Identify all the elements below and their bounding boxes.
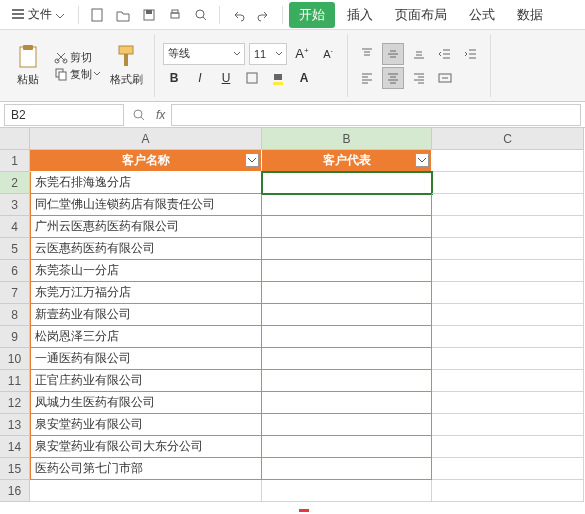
name-box[interactable]: B2 xyxy=(4,104,124,126)
font-color-button[interactable]: A xyxy=(293,67,315,89)
cell[interactable] xyxy=(432,414,584,436)
paste-button[interactable]: 粘贴 xyxy=(8,36,48,96)
table-cell[interactable]: 凤城力生医药有限公司 xyxy=(30,392,262,414)
table-cell[interactable]: 泉安堂药业有限公司大东分公司 xyxy=(30,436,262,458)
merge-cells-icon[interactable] xyxy=(434,67,456,89)
cell[interactable] xyxy=(432,172,584,194)
underline-button[interactable]: U xyxy=(215,67,237,89)
row-header[interactable]: 4 xyxy=(0,216,30,238)
table-cell[interactable]: 医药公司第七门市部 xyxy=(30,458,262,480)
header-cell-a[interactable]: 客户名称 xyxy=(30,150,262,172)
col-header-c[interactable]: C xyxy=(432,128,584,150)
tab-insert[interactable]: 插入 xyxy=(337,2,383,28)
filter-button-b[interactable] xyxy=(415,153,429,167)
table-cell[interactable]: 泉安堂药业有限公司 xyxy=(30,414,262,436)
cell[interactable] xyxy=(432,194,584,216)
col-header-b[interactable]: B xyxy=(262,128,432,150)
open-file-icon[interactable] xyxy=(111,3,135,27)
align-middle-icon[interactable] xyxy=(382,43,404,65)
cell[interactable] xyxy=(432,436,584,458)
cell[interactable] xyxy=(432,392,584,414)
print-preview-icon[interactable] xyxy=(189,3,213,27)
align-top-icon[interactable] xyxy=(356,43,378,65)
table-cell[interactable] xyxy=(262,238,432,260)
row-header[interactable]: 7 xyxy=(0,282,30,304)
table-cell[interactable]: 东莞万江万福分店 xyxy=(30,282,262,304)
row-header[interactable]: 13 xyxy=(0,414,30,436)
decrease-indent-icon[interactable] xyxy=(434,43,456,65)
font-name-combo[interactable]: 等线 xyxy=(163,43,245,65)
cell[interactable] xyxy=(432,216,584,238)
row-header[interactable]: 10 xyxy=(0,348,30,370)
cell[interactable] xyxy=(432,150,584,172)
table-cell[interactable] xyxy=(262,348,432,370)
tab-start[interactable]: 开始 xyxy=(289,2,335,28)
cell[interactable] xyxy=(432,282,584,304)
filter-button-a[interactable] xyxy=(245,153,259,167)
decrease-font-icon[interactable]: A- xyxy=(317,43,339,65)
row-header[interactable]: 9 xyxy=(0,326,30,348)
table-cell[interactable] xyxy=(262,260,432,282)
border-button[interactable] xyxy=(241,67,263,89)
table-cell[interactable]: 松岗恩泽三分店 xyxy=(30,326,262,348)
table-cell[interactable] xyxy=(262,436,432,458)
align-bottom-icon[interactable] xyxy=(408,43,430,65)
fx-icon[interactable]: fx xyxy=(150,108,171,122)
format-painter-button[interactable]: 格式刷 xyxy=(106,36,146,96)
table-cell[interactable] xyxy=(262,304,432,326)
tab-data[interactable]: 数据 xyxy=(507,2,553,28)
table-cell[interactable] xyxy=(262,414,432,436)
align-center-icon[interactable] xyxy=(382,67,404,89)
align-right-icon[interactable] xyxy=(408,67,430,89)
font-size-combo[interactable]: 11 xyxy=(249,43,287,65)
tab-layout[interactable]: 页面布局 xyxy=(385,2,457,28)
row-header[interactable]: 11 xyxy=(0,370,30,392)
table-cell[interactable] xyxy=(262,282,432,304)
align-left-icon[interactable] xyxy=(356,67,378,89)
cell[interactable] xyxy=(432,458,584,480)
row-header[interactable]: 6 xyxy=(0,260,30,282)
row-header[interactable]: 3 xyxy=(0,194,30,216)
cut-button[interactable]: 剪切 xyxy=(50,50,104,65)
row-header[interactable]: 16 xyxy=(0,480,30,502)
header-cell-b[interactable]: 客户代表 xyxy=(262,150,432,172)
row-header[interactable]: 15 xyxy=(0,458,30,480)
find-icon[interactable] xyxy=(128,104,150,126)
bold-button[interactable]: B xyxy=(163,67,185,89)
col-header-a[interactable]: A xyxy=(30,128,262,150)
row-header[interactable]: 8 xyxy=(0,304,30,326)
table-cell[interactable] xyxy=(262,370,432,392)
table-cell[interactable] xyxy=(262,326,432,348)
row-header[interactable]: 12 xyxy=(0,392,30,414)
table-cell[interactable]: 一通医药有限公司 xyxy=(30,348,262,370)
cell[interactable] xyxy=(432,326,584,348)
tab-formula[interactable]: 公式 xyxy=(459,2,505,28)
table-cell[interactable] xyxy=(262,194,432,216)
cell[interactable] xyxy=(432,370,584,392)
row-header[interactable]: 1 xyxy=(0,150,30,172)
increase-indent-icon[interactable] xyxy=(460,43,482,65)
menu-file[interactable]: 文件 xyxy=(4,3,72,27)
table-cell[interactable] xyxy=(262,392,432,414)
cell[interactable] xyxy=(432,238,584,260)
print-icon[interactable] xyxy=(163,3,187,27)
cell[interactable] xyxy=(432,480,584,502)
fill-color-button[interactable] xyxy=(267,67,289,89)
table-cell[interactable]: 同仁堂佛山连锁药店有限责任公司 xyxy=(30,194,262,216)
table-cell[interactable] xyxy=(262,172,432,194)
save-icon[interactable] xyxy=(137,3,161,27)
copy-button[interactable]: 复制 xyxy=(50,67,104,82)
formula-bar[interactable] xyxy=(171,104,581,126)
row-header[interactable]: 2 xyxy=(0,172,30,194)
cell[interactable] xyxy=(432,260,584,282)
table-cell[interactable]: 东莞石排海逸分店 xyxy=(30,172,262,194)
italic-button[interactable]: I xyxy=(189,67,211,89)
cell[interactable] xyxy=(262,480,432,502)
row-header[interactable]: 5 xyxy=(0,238,30,260)
new-file-icon[interactable] xyxy=(85,3,109,27)
row-header[interactable]: 14 xyxy=(0,436,30,458)
table-cell[interactable]: 新壹药业有限公司 xyxy=(30,304,262,326)
table-cell[interactable]: 广州云医惠药医药有限公司 xyxy=(30,216,262,238)
undo-icon[interactable] xyxy=(226,3,250,27)
cell[interactable] xyxy=(30,480,262,502)
